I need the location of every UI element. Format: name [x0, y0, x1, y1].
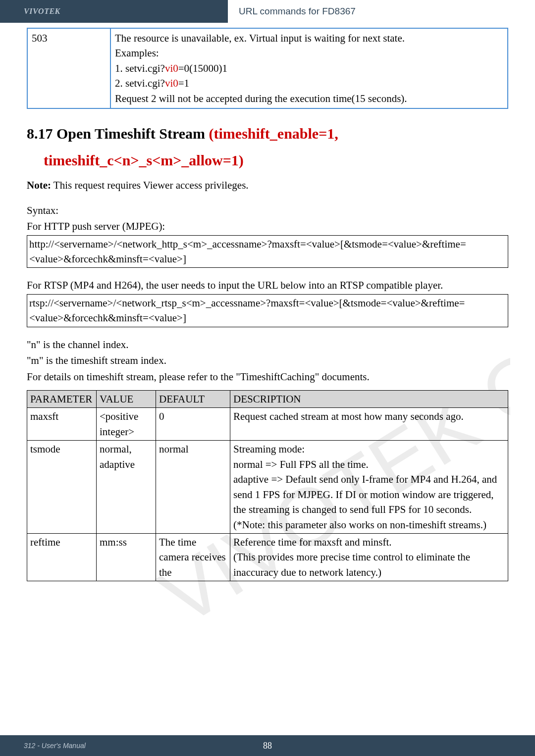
line: Request 2 will not be accepted during th…: [115, 91, 503, 106]
syntax-sub-rtsp: For RTSP (MP4 and H264), the user needs …: [27, 278, 508, 293]
table-row: tsmode normal, adaptive normal Streaming…: [27, 441, 508, 534]
col-description: DESCRIPTION: [230, 391, 508, 408]
col-default: DEFAULT: [156, 391, 230, 408]
note-n: "n" is the channel index.: [27, 337, 508, 352]
table-row: 503 The resource is unavailable, ex. Vir…: [27, 28, 508, 108]
table-header-row: PARAMETER VALUE DEFAULT DESCRIPTION: [27, 391, 508, 408]
status-503-table: 503 The resource is unavailable, ex. Vir…: [27, 28, 508, 109]
note-line: Note: This request requires Viewer acces…: [27, 178, 508, 193]
parameter-table: PARAMETER VALUE DEFAULT DESCRIPTION maxs…: [27, 390, 508, 581]
note-m: "m" is the timeshift stream index.: [27, 353, 508, 368]
page-number: 88: [263, 739, 272, 752]
footer-bar: 312 - User's Manual 88: [0, 735, 535, 756]
line: Examples:: [115, 46, 503, 60]
status-desc: The resource is unavailable, ex. Virtual…: [110, 28, 508, 108]
line: The resource is unavailable, ex. Virtual…: [115, 31, 503, 46]
section-heading: 8.17 Open Timeshift Stream (timeshift_en…: [27, 123, 508, 145]
syntax-box-rtsp: rtsp://<servername>/<network_rtsp_s<m>_a…: [27, 294, 508, 327]
table-row: maxsft <positive integer> 0 Request cach…: [27, 408, 508, 441]
doc-title: URL commands for FD8367: [228, 0, 535, 23]
line: 2. setvi.cgi?vi0=1: [115, 76, 503, 91]
brand-text: VIVOTEK: [0, 5, 60, 17]
col-parameter: PARAMETER: [27, 391, 97, 408]
header-bar: VIVOTEK URL commands for FD8367: [0, 0, 535, 23]
doc-title-text: URL commands for FD8367: [239, 4, 356, 18]
status-code: 503: [27, 28, 110, 108]
syntax-label: Syntax:: [27, 203, 508, 218]
line: 1. setvi.cgi?vi0=0(15000)1: [115, 61, 503, 76]
syntax-box-http: http://<servername>/<network_http_s<m>_a…: [27, 235, 508, 268]
col-value: VALUE: [97, 391, 156, 408]
table-row: reftime mm:ss The time camera receives t…: [27, 533, 508, 581]
footer-left: 312 - User's Manual: [0, 741, 86, 751]
section-subheading: timeshift_c<n>_s<m>_allow=1): [27, 150, 508, 171]
note-details: For details on timeshift stream, please …: [27, 369, 508, 384]
syntax-sub: For HTTP push server (MJPEG):: [27, 219, 508, 234]
